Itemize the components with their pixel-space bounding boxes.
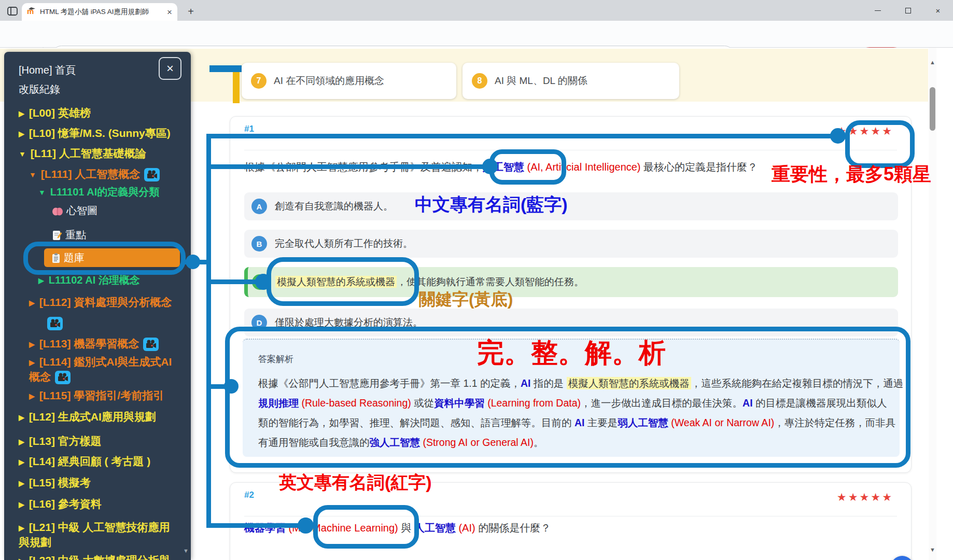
chevron-right-icon[interactable]: ▶ [38, 276, 44, 285]
sidebar-item-label: [L11] 人工智慧基礎概論 [31, 147, 146, 159]
chevron-right-icon[interactable]: ▶ [29, 358, 35, 367]
brain-icon [52, 207, 63, 216]
chevron-right-icon[interactable]: ▶ [29, 340, 35, 348]
option-row-B[interactable]: B完全取代人類所有工作的技術。 [244, 230, 898, 258]
annotation-importance-label: 重要性，最多5顆星 [772, 162, 931, 187]
page-scrollbar[interactable]: ▲ ▼ [929, 48, 936, 560]
option-letter-badge: A [251, 199, 267, 214]
sidebar-item[interactable]: 重點 [4, 228, 191, 242]
new-tab-button[interactable]: + [184, 4, 198, 19]
sidebar-video-row[interactable] [4, 316, 191, 330]
tab-title: HTML 考題小舖 iPAS AI應用規劃師 [40, 7, 149, 17]
sidebar-item[interactable]: ▶[L21] 中級 人工智慧技術應用與規劃 [4, 520, 191, 549]
scrollbar-thumb[interactable] [930, 87, 935, 131]
topic-card-8[interactable]: 8 AI 與 ML、DL 的關係 [463, 63, 679, 99]
sidebar-item-label: [L16] 參考資料 [29, 498, 102, 510]
annotation-box-question-bank [23, 242, 186, 275]
sidebar-item[interactable]: ▶[L22] 中級 大數據處理分析與應用 [4, 553, 191, 560]
annotation-box-stars [845, 120, 915, 168]
sidebar-item[interactable]: ▶[L12] 生成式AI應用與規劃 [4, 410, 191, 425]
sidebar-item[interactable]: 改版紀錄 [4, 82, 191, 96]
annotation-dot [255, 274, 271, 290]
sidebar-item[interactable]: [Home] 首頁 [4, 63, 191, 77]
video-icon[interactable] [47, 317, 63, 330]
sidebar-item[interactable]: ▶[L112] 資料處理與分析概念 [4, 295, 191, 310]
sidebar-item[interactable]: ▶[L113] 機器學習概念 [4, 337, 191, 352]
chevron-right-icon[interactable]: ▶ [29, 299, 35, 307]
video-icon[interactable] [144, 168, 160, 181]
sidebar-item[interactable]: ▶[L115] 學習指引/考前指引 [4, 388, 191, 403]
chevron-right-icon[interactable]: ▶ [19, 500, 24, 509]
sidebar-item[interactable]: 心智圖 [4, 204, 191, 218]
sidebar-item[interactable]: ▶[L10] 憶筆/M.S. (Sunny專區) [4, 126, 191, 141]
browser-tab[interactable]: m HTML 考題小舖 iPAS AI應用規劃師 × [22, 3, 177, 21]
chevron-right-icon[interactable]: ▶ [19, 130, 24, 138]
sidebar-item-label: [L113] 機器學習概念 [39, 338, 139, 349]
chevron-down-icon[interactable]: ▼ [38, 188, 46, 197]
browser-tab-strip: m HTML 考題小舖 iPAS AI應用規劃師 × + × [0, 0, 953, 21]
sidebar-item[interactable]: ▼[L11] 人工智慧基礎概論 [4, 146, 191, 161]
browser-toolbar: ← https://exam.kt.idv.tw/pluginfile.php/… [0, 21, 953, 48]
annotation-full-analysis-label: 完。整。解。析 [477, 335, 666, 371]
annotation-line-stars [206, 134, 845, 138]
option-letter-badge: B [251, 236, 267, 251]
window-minimize-button[interactable] [863, 0, 893, 21]
sidebar-item[interactable]: ▶[L14] 經典回顧 ( 考古題 ) [4, 454, 191, 469]
moodle-favicon: m [27, 7, 36, 18]
sidebar-item-label: [L115] 學習指引/考前指引 [39, 389, 164, 401]
annotation-vertical-line [206, 134, 211, 528]
chevron-right-icon[interactable]: ▶ [19, 109, 24, 118]
sidebar-item-label: [L22] 中級 大數據處理分析與應用 [19, 554, 170, 560]
window-maximize-button[interactable] [893, 0, 923, 21]
annotation-dot [298, 517, 314, 534]
scrollbar-down-icon[interactable]: ▼ [930, 547, 935, 553]
question-number: #1 [244, 124, 254, 134]
window-close-button[interactable]: × [923, 0, 953, 21]
sidebar-item-label: [L112] 資料處理與分析概念 [39, 296, 172, 308]
scrollbar-up-icon[interactable]: ▲ [930, 59, 935, 65]
annotation-dot [482, 159, 498, 174]
annotation-dot [830, 128, 846, 144]
memo-icon [52, 230, 62, 241]
sidebar-item-label: 改版紀錄 [19, 83, 60, 95]
option-row-A[interactable]: A創造有自我意識的機器人。 [244, 192, 898, 220]
sidebar-item-label: [L114] 鑑別式AI與生成式AI概念 [29, 356, 172, 383]
question-number: #2 [244, 490, 254, 500]
chevron-right-icon[interactable]: ▶ [19, 458, 24, 466]
topic-number-badge: 8 [472, 73, 487, 89]
annotation-box-en-term [313, 505, 419, 549]
section-marker-bar [233, 72, 240, 103]
sidebar-item[interactable]: ▶[L13] 官方樣題 [4, 434, 191, 449]
sidebar-item[interactable]: ▶[L00] 英雄榜 [4, 106, 191, 121]
sidebar-item[interactable]: ▶L11102 AI 治理概念 [4, 273, 191, 288]
annotation-line-cn-term [206, 164, 494, 169]
annotation-box-cn-term [489, 149, 566, 185]
chevron-down-icon[interactable]: ▼ [29, 171, 36, 179]
course-nav-sidebar: × [Home] 首頁改版紀錄▶[L00] 英雄榜▶[L10] 憶筆/M.S. … [4, 52, 191, 560]
sidebar-item[interactable]: ▼L11101 AI的定義與分類 [4, 185, 191, 200]
sidebar-scrollbar-down-icon[interactable]: ▼ [183, 548, 189, 554]
chevron-right-icon[interactable]: ▶ [19, 524, 24, 532]
sidebar-item[interactable]: ▶[L15] 模擬考 [4, 475, 191, 491]
chevron-down-icon[interactable]: ▼ [19, 150, 26, 158]
annotation-keyword-label: 關鍵字(黃底) [419, 288, 513, 311]
chevron-right-icon[interactable]: ▶ [19, 438, 24, 446]
video-icon[interactable] [143, 338, 159, 351]
sidebar-item[interactable]: ▼[L111] 人工智慧概念 [4, 167, 191, 182]
list-indicator-bar [209, 65, 242, 72]
chevron-right-icon[interactable]: ▶ [19, 557, 24, 560]
annotation-box-keyword [267, 257, 419, 306]
workspace-icon[interactable] [6, 5, 19, 17]
sidebar-item-label: L11102 AI 治理概念 [49, 274, 140, 286]
video-icon[interactable] [55, 371, 71, 384]
chevron-right-icon[interactable]: ▶ [19, 413, 24, 422]
option-text: 創造有自我意識的機器人。 [275, 200, 393, 213]
sidebar-item-label: [L13] 官方樣題 [29, 435, 102, 447]
sidebar-item[interactable]: ▶[L16] 參考資料 [4, 497, 191, 512]
sidebar-item[interactable]: ▶[L114] 鑑別式AI與生成式AI概念 [4, 355, 191, 384]
chevron-right-icon[interactable]: ▶ [29, 392, 35, 400]
topic-card-7[interactable]: 7 AI 在不同領域的應用概念 [242, 63, 456, 99]
sidebar-item-label: [L21] 中級 人工智慧技術應用與規劃 [19, 521, 170, 548]
chevron-right-icon[interactable]: ▶ [19, 479, 24, 487]
tab-close-icon[interactable]: × [167, 8, 172, 17]
